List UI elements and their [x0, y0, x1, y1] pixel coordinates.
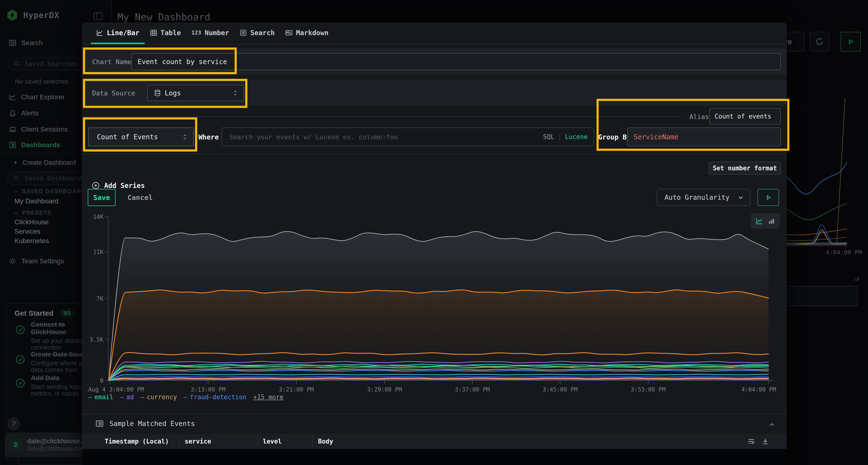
svg-text:3:37:00 PM: 3:37:00 PM [455, 386, 490, 393]
lucene-toggle[interactable]: Lucene [565, 133, 588, 140]
legend-item[interactable]: —fraud-detection [184, 393, 246, 401]
svg-text:3:53:00 PM: 3:53:00 PM [631, 386, 666, 393]
svg-text:7K: 7K [96, 295, 103, 302]
divider [82, 117, 683, 117]
table-icon [150, 29, 157, 36]
chart-legend: —email—ad—currency—fraud-detection+15 mo… [88, 393, 283, 401]
chevron-down-icon [737, 194, 744, 201]
divider [82, 414, 787, 414]
save-button[interactable]: Save [88, 189, 116, 206]
wrap-text-icon[interactable] [748, 438, 755, 445]
events-table-header: Timestamp (Local) service level Body [82, 434, 787, 449]
set-number-format-button[interactable]: Set number format [709, 162, 781, 175]
search-list-icon [240, 29, 247, 36]
legend-label: +15 more [253, 393, 283, 401]
cancel-button[interactable]: Cancel [124, 189, 156, 206]
legend-label: ad [126, 393, 134, 401]
highlight-box-aggregation [83, 117, 197, 152]
legend-more-link[interactable]: +15 more [253, 393, 283, 401]
legend-dash: — [88, 393, 92, 401]
tab-line-bar[interactable]: Line/Bar [91, 23, 145, 44]
tab-table[interactable]: Table [145, 23, 186, 44]
circle-plus-icon [92, 181, 100, 190]
legend-dash: — [120, 393, 124, 401]
legend-item[interactable]: —email [88, 393, 113, 401]
svg-text:3:13:00 PM: 3:13:00 PM [191, 386, 226, 393]
column-timestamp[interactable]: Timestamp (Local) [105, 438, 169, 445]
granularity-select[interactable]: Auto Granularity [657, 189, 750, 206]
legend-item[interactable]: —currency [141, 393, 177, 401]
where-search-input[interactable]: SQL | Lucene [222, 128, 594, 146]
column-service[interactable]: service [185, 438, 211, 445]
line-chart-icon [96, 29, 103, 36]
legend-label: fraud-detection [190, 393, 246, 401]
tab-number[interactable]: 123 Number [186, 23, 235, 44]
column-level[interactable]: level [263, 438, 282, 445]
svg-text:0: 0 [100, 377, 103, 384]
legend-dash: — [184, 393, 188, 401]
highlight-box-group-by-alias [596, 99, 789, 151]
svg-text:3:29:00 PM: 3:29:00 PM [367, 386, 402, 393]
query-language-toggle: SQL | Lucene [543, 128, 588, 146]
events-table-body [82, 449, 787, 465]
tab-search[interactable]: Search [235, 23, 280, 44]
svg-text:3:45:00 PM: 3:45:00 PM [543, 386, 578, 393]
legend-label: currency [147, 393, 177, 401]
list-icon [95, 420, 104, 428]
divider [82, 154, 787, 154]
svg-text:3.5K: 3.5K [89, 336, 103, 343]
highlight-box-chart-name [83, 47, 237, 74]
svg-text:14K: 14K [93, 213, 104, 220]
sql-toggle[interactable]: SQL [543, 133, 554, 140]
svg-text:11K: 11K [93, 248, 104, 255]
play-icon [765, 194, 772, 201]
legend-dash: — [141, 393, 145, 401]
event-count-chart[interactable]: 03.5K7K11K14KAug 4 3:04:00 PM3:13:00 PM3… [82, 208, 787, 401]
legend-item[interactable]: —ad [120, 393, 134, 401]
legend-label: email [94, 393, 113, 401]
download-icon[interactable] [762, 438, 769, 445]
collapse-section-chevron-icon[interactable] [768, 421, 775, 428]
highlight-box-data-source [83, 79, 247, 108]
screen: HyperDX Search No saved searches [0, 0, 868, 465]
svg-text:3:21:00 PM: 3:21:00 PM [279, 386, 314, 393]
svg-text:Aug 4 3:04:00 PM: Aug 4 3:04:00 PM [88, 386, 144, 393]
chart-type-tabs: Line/Bar Table 123 Number Search [82, 23, 786, 44]
svg-text:4:04:00 PM: 4:04:00 PM [741, 386, 776, 393]
where-label: Where [198, 133, 219, 141]
sample-events-header: Sample Matched Events [95, 420, 195, 428]
column-body[interactable]: Body [318, 438, 333, 445]
add-series-button[interactable]: Add Series [92, 181, 145, 190]
number-123-icon: 123 [191, 30, 201, 36]
tab-markdown[interactable]: Markdown [280, 23, 334, 44]
run-query-button[interactable] [757, 189, 779, 206]
markdown-icon [285, 29, 292, 36]
